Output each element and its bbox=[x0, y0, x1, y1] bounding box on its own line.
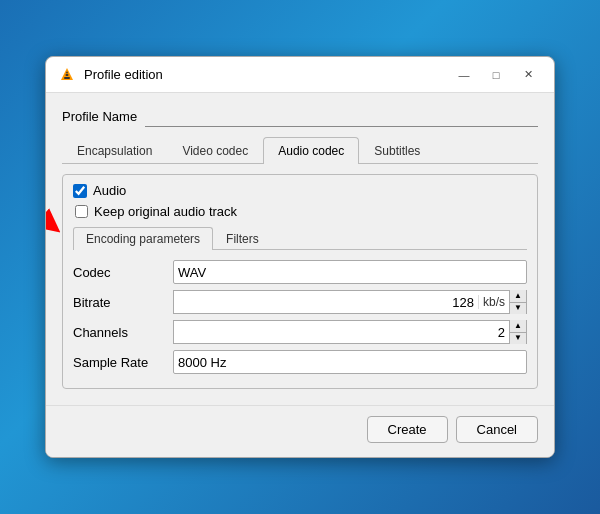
dialog-title: Profile edition bbox=[84, 67, 450, 82]
sample-rate-control: 8000 Hz 11025 Hz 22050 Hz 44100 Hz 48000… bbox=[173, 350, 527, 374]
keep-original-checkbox[interactable] bbox=[75, 205, 88, 218]
channels-label: Channels bbox=[73, 325, 163, 340]
maximize-button[interactable]: □ bbox=[482, 64, 510, 86]
channels-control: ▲ ▼ bbox=[173, 320, 527, 344]
codec-select[interactable]: WAV MP3 AAC FLAC Vorbis bbox=[173, 260, 527, 284]
channels-row: Channels ▲ ▼ bbox=[73, 320, 527, 344]
dialog-window: Profile edition — □ ✕ Profile Name Encap… bbox=[45, 56, 555, 458]
minimize-button[interactable]: — bbox=[450, 64, 478, 86]
audio-enabled-checkbox[interactable] bbox=[73, 184, 87, 198]
bitrate-input[interactable] bbox=[174, 291, 478, 313]
tab-encapsulation[interactable]: Encapsulation bbox=[62, 137, 167, 164]
tab-audio-codec[interactable]: Audio codec bbox=[263, 137, 359, 164]
create-button[interactable]: Create bbox=[367, 416, 448, 443]
channels-input[interactable] bbox=[174, 321, 509, 343]
red-arrow-left bbox=[45, 175, 66, 235]
keep-original-label: Keep original audio track bbox=[94, 204, 237, 219]
cancel-button[interactable]: Cancel bbox=[456, 416, 538, 443]
red-arrow-codec bbox=[527, 230, 555, 290]
bitrate-unit: kb/s bbox=[478, 295, 509, 309]
channels-up-button[interactable]: ▲ bbox=[510, 320, 526, 332]
channels-spinbox-buttons: ▲ ▼ bbox=[509, 320, 526, 344]
sub-tab-encoding[interactable]: Encoding parameters bbox=[73, 227, 213, 250]
bitrate-down-button[interactable]: ▼ bbox=[510, 302, 526, 315]
codec-row: Codec WAV MP3 AAC FLAC Vorbis bbox=[73, 260, 527, 284]
profile-name-row: Profile Name bbox=[62, 105, 538, 127]
window-controls: — □ ✕ bbox=[450, 64, 542, 86]
bitrate-spinbox-buttons: ▲ ▼ bbox=[509, 290, 526, 314]
bitrate-row: Bitrate kb/s ▲ ▼ bbox=[73, 290, 527, 314]
channels-down-button[interactable]: ▼ bbox=[510, 332, 526, 345]
titlebar: Profile edition — □ ✕ bbox=[46, 57, 554, 93]
svg-rect-3 bbox=[66, 71, 68, 73]
sub-tab-filters[interactable]: Filters bbox=[213, 227, 272, 250]
tab-video-codec[interactable]: Video codec bbox=[167, 137, 263, 164]
tab-subtitles[interactable]: Subtitles bbox=[359, 137, 435, 164]
audio-section-label: Audio bbox=[93, 183, 126, 198]
vlc-icon bbox=[58, 66, 76, 84]
bitrate-up-button[interactable]: ▲ bbox=[510, 290, 526, 302]
bitrate-label: Bitrate bbox=[73, 295, 163, 310]
keep-original-row: Keep original audio track bbox=[73, 204, 527, 219]
main-tabs: Encapsulation Video codec Audio codec Su… bbox=[62, 137, 538, 164]
audio-section: Audio Keep original audio track Encoding… bbox=[62, 174, 538, 389]
bitrate-spinbox: kb/s ▲ ▼ bbox=[173, 290, 527, 314]
svg-rect-1 bbox=[64, 77, 70, 79]
close-button[interactable]: ✕ bbox=[514, 64, 542, 86]
sample-rate-row: Sample Rate 8000 Hz 11025 Hz 22050 Hz 44… bbox=[73, 350, 527, 374]
sub-tabs: Encoding parameters Filters bbox=[73, 227, 527, 250]
bitrate-control: kb/s ▲ ▼ bbox=[173, 290, 527, 314]
dialog-body: Profile Name Encapsulation Video codec A… bbox=[46, 93, 554, 405]
sample-rate-select[interactable]: 8000 Hz 11025 Hz 22050 Hz 44100 Hz 48000… bbox=[173, 350, 527, 374]
codec-label: Codec bbox=[73, 265, 163, 280]
profile-name-label: Profile Name bbox=[62, 109, 137, 124]
sample-rate-label: Sample Rate bbox=[73, 355, 163, 370]
audio-section-header: Audio bbox=[73, 183, 527, 198]
channels-spinbox: ▲ ▼ bbox=[173, 320, 527, 344]
profile-name-input[interactable] bbox=[145, 105, 538, 127]
codec-control: WAV MP3 AAC FLAC Vorbis bbox=[173, 260, 527, 284]
svg-rect-2 bbox=[66, 74, 69, 76]
dialog-footer: Create Cancel bbox=[46, 405, 554, 457]
